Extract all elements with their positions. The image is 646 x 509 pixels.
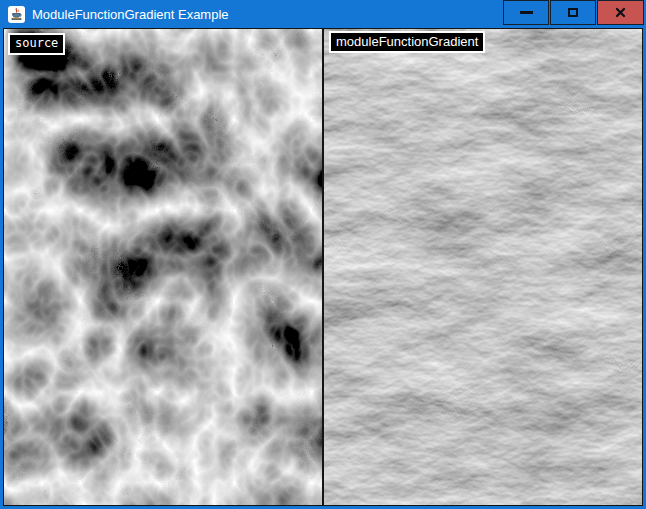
window-title: ModuleFunctionGradient Example [32,7,229,22]
app-window: ModuleFunctionGradient Example source [0,0,646,509]
close-button[interactable] [597,0,644,25]
java-coffee-cup-glyph [10,8,23,21]
window-controls [503,0,646,25]
content-area: source moduleFunctionGradient [3,28,643,506]
source-label: source [8,33,65,55]
maximize-button[interactable] [550,0,596,25]
close-icon [615,7,626,18]
source-texture-image [4,29,322,505]
java-icon [8,6,25,23]
minimize-icon [520,11,533,14]
title-bar[interactable]: ModuleFunctionGradient Example [0,0,646,28]
minimize-button[interactable] [503,0,549,25]
panel-module-function-gradient: moduleFunctionGradient [324,29,642,505]
module-function-gradient-label: moduleFunctionGradient [329,31,485,53]
module-function-gradient-texture-image [324,29,642,505]
maximize-icon [568,8,578,17]
panel-source: source [4,29,322,505]
